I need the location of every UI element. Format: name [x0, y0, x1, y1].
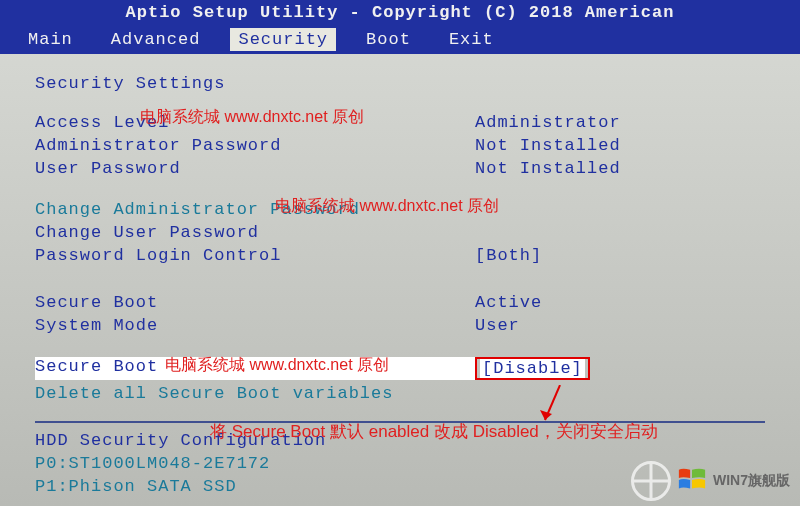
annotation-text: 将 Secure Boot 默认 enabled 改成 Disabled，关闭安…	[210, 420, 658, 443]
change-user-password[interactable]: Change User Password	[35, 223, 475, 242]
system-mode-value: User	[475, 316, 520, 335]
menu-advanced[interactable]: Advanced	[103, 28, 209, 51]
secure-boot-status-value: Active	[475, 293, 542, 312]
user-password-label: User Password	[35, 159, 475, 178]
secure-boot-option-label: Secure Boot	[35, 357, 475, 380]
brand-logo: WIN7旗舰版	[600, 456, 800, 506]
system-mode-label: System Mode	[35, 316, 475, 335]
password-login-control-row[interactable]: Password Login Control [Both]	[35, 246, 765, 265]
admin-password-label: Administrator Password	[35, 136, 475, 155]
password-login-control-value: [Both]	[475, 246, 542, 265]
change-admin-password[interactable]: Change Administrator Password	[35, 200, 765, 219]
menu-bar: Main Advanced Security Boot Exit	[0, 25, 800, 54]
secure-boot-highlight-box: [Disable]	[475, 357, 590, 380]
admin-password-row: Administrator Password Not Installed	[35, 136, 765, 155]
access-level-value: Administrator	[475, 113, 621, 132]
logo-text: WIN7旗舰版	[713, 472, 790, 490]
user-password-row: User Password Not Installed	[35, 159, 765, 178]
secure-boot-status-row: Secure Boot Active	[35, 293, 765, 312]
secure-boot-option-value: [Disable]	[480, 359, 585, 378]
globe-icon	[631, 461, 671, 501]
secure-boot-option-row[interactable]: Secure Boot [Disable]	[35, 357, 765, 380]
menu-exit[interactable]: Exit	[441, 28, 502, 51]
title-bar: Aptio Setup Utility - Copyright (C) 2018…	[0, 0, 800, 25]
access-level-label: Access Level	[35, 113, 475, 132]
section-title: Security Settings	[35, 74, 765, 93]
menu-main[interactable]: Main	[20, 28, 81, 51]
windows-flag-icon	[677, 464, 707, 499]
secure-boot-status-label: Secure Boot	[35, 293, 475, 312]
app-title: Aptio Setup Utility - Copyright (C) 2018…	[126, 3, 675, 22]
menu-boot[interactable]: Boot	[358, 28, 419, 51]
user-password-value: Not Installed	[475, 159, 621, 178]
access-level-row: Access Level Administrator	[35, 113, 765, 132]
change-user-password-row[interactable]: Change User Password	[35, 223, 765, 242]
delete-secure-boot-vars[interactable]: Delete all Secure Boot variables	[35, 384, 765, 403]
password-login-control-label: Password Login Control	[35, 246, 475, 265]
system-mode-row: System Mode User	[35, 316, 765, 335]
admin-password-value: Not Installed	[475, 136, 621, 155]
menu-security[interactable]: Security	[230, 28, 336, 51]
